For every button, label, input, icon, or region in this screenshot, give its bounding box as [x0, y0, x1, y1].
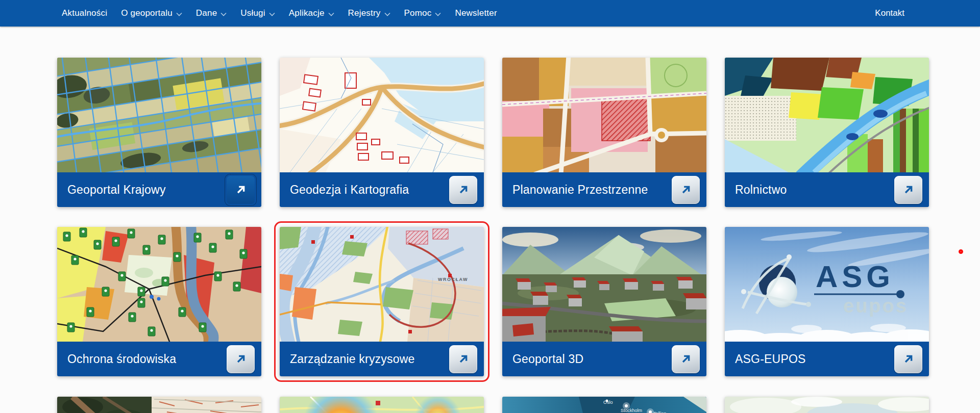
- nav-item-aktualnosci[interactable]: Aktualności: [62, 8, 107, 18]
- city-3d-render-thumbnail: [502, 227, 706, 342]
- card-title-bar: Zarządzanie kryzysowe: [280, 342, 484, 376]
- map-city-label: Tallinn: [653, 411, 667, 413]
- external-link-icon: [679, 352, 693, 366]
- nav-item-o-geoportalu[interactable]: O geoportalu: [121, 8, 182, 18]
- nav-item-label: O geoportalu: [121, 8, 173, 18]
- chevron-down-icon: [328, 12, 334, 16]
- map-city-label: Oslo: [603, 400, 613, 405]
- app-card-title: Ochrona środowiska: [67, 352, 227, 366]
- app-card-partial-3[interactable]: Oslo Stockholm Tallinn: [502, 397, 706, 413]
- app-card-asg-eupos[interactable]: ASG eupos ASG-EUPOS: [725, 227, 929, 376]
- card-title-bar: Geoportal 3D: [502, 342, 706, 376]
- nav-item-aplikacje[interactable]: Aplikacje: [289, 8, 334, 18]
- card-title-bar: Planowanie Przestrzenne: [502, 172, 706, 207]
- orthophoto-city-thumbnail: [57, 397, 261, 413]
- app-card-partial-2[interactable]: [280, 397, 484, 413]
- app-card-title: Zarządzanie kryzysowe: [290, 352, 449, 366]
- map-city-label: Stockholm: [621, 408, 642, 413]
- top-navbar: Aktualności O geoportalu Dane Usługi Apl…: [0, 0, 980, 27]
- app-card-planowanie-przestrzenne[interactable]: Planowanie Przestrzenne: [502, 58, 706, 207]
- card-title-bar: Rolnictwo: [725, 172, 929, 207]
- card-title-bar: ASG-EUPOS: [725, 342, 929, 376]
- agriculture-map-thumbnail: [725, 58, 929, 172]
- pale-satellite-thumbnail: [725, 397, 929, 413]
- nav-item-label: Dane: [196, 8, 217, 18]
- chevron-down-icon: [435, 12, 441, 16]
- card-title-bar: Geoportal Krajowy: [57, 172, 261, 207]
- app-card-ochrona-srodowiska[interactable]: Ochrona środowiska: [57, 227, 261, 376]
- red-ring-marker: [959, 249, 963, 254]
- nav-item-pomoc[interactable]: Pomoc: [404, 8, 442, 18]
- zoning-plan-thumbnail: [502, 58, 706, 172]
- nav-item-label: Aplikacje: [289, 8, 325, 18]
- open-app-button[interactable]: [227, 345, 255, 373]
- external-link-icon: [679, 183, 693, 196]
- open-app-button[interactable]: [894, 345, 922, 373]
- asg-eupos-logo-thumbnail: ASG eupos: [725, 227, 929, 342]
- external-link-icon: [457, 183, 470, 196]
- app-card-geodezja-i-kartografia[interactable]: Geodezja i Kartografia: [280, 58, 484, 207]
- map-city-label: WROCŁAW: [438, 277, 468, 282]
- app-card-title: Geodezja i Kartografia: [290, 183, 449, 197]
- nav-item-uslugi[interactable]: Usługi: [240, 8, 275, 18]
- nav-item-label: Pomoc: [404, 8, 432, 18]
- cadastral-map-thumbnail: [280, 58, 484, 172]
- app-card-title: Geoportal Krajowy: [67, 183, 227, 197]
- nav-item-label: Aktualności: [62, 8, 107, 18]
- app-card-partial-1[interactable]: [57, 397, 261, 413]
- app-card-partial-4[interactable]: [725, 397, 929, 413]
- open-app-button[interactable]: [894, 176, 922, 204]
- open-app-button[interactable]: [449, 176, 477, 204]
- chevron-down-icon: [269, 12, 275, 16]
- nav-item-newsletter[interactable]: Newsletter: [455, 8, 497, 18]
- chevron-down-icon: [220, 12, 227, 16]
- app-card-zarzadzanie-kryzysowe[interactable]: WROCŁAW Zarządzanie kryzysowe: [280, 227, 484, 376]
- app-card-title: Planowanie Przestrzenne: [512, 183, 672, 197]
- geoportal-home-page: { "navbar": { "background": "#0a57a6", "…: [0, 0, 980, 413]
- chevron-down-icon: [384, 12, 390, 16]
- chevron-down-icon: [176, 12, 182, 16]
- asg-logo-text: ASG: [816, 260, 894, 294]
- open-app-button[interactable]: [227, 176, 255, 204]
- nav-item-label: Newsletter: [455, 8, 497, 18]
- external-link-icon: [457, 352, 470, 366]
- environment-map-thumbnail: [57, 227, 261, 342]
- external-link-icon: [902, 183, 915, 196]
- app-card-title: ASG-EUPOS: [735, 352, 894, 366]
- app-card-title: Geoportal 3D: [512, 352, 672, 366]
- app-card-geoportal-krajowy[interactable]: Geoportal Krajowy: [57, 58, 261, 207]
- navbar-menu: Aktualności O geoportalu Dane Usługi Apl…: [62, 8, 875, 18]
- external-link-icon: [234, 352, 248, 366]
- external-link-icon: [902, 352, 915, 366]
- open-app-button[interactable]: [672, 176, 700, 204]
- orthophoto-parcels-thumbnail: [57, 58, 261, 172]
- nav-item-dane[interactable]: Dane: [196, 8, 227, 18]
- app-card-geoportal-3d[interactable]: Geoportal 3D: [502, 227, 706, 376]
- sea-map-thumbnail: Oslo Stockholm Tallinn: [502, 397, 706, 413]
- heatmap-thumbnail: [280, 397, 484, 413]
- card-title-bar: Ochrona środowiska: [57, 342, 261, 376]
- nav-item-kontakt[interactable]: Kontakt: [875, 8, 904, 18]
- open-app-button[interactable]: [449, 345, 477, 373]
- external-link-icon: [234, 183, 248, 196]
- app-card-title: Rolnictwo: [735, 183, 894, 197]
- nav-item-label: Usługi: [240, 8, 265, 18]
- open-app-button[interactable]: [672, 345, 700, 373]
- crisis-management-map-thumbnail: WROCŁAW: [280, 227, 484, 342]
- app-card-rolnictwo[interactable]: Rolnictwo: [725, 58, 929, 207]
- nav-item-label: Rejestry: [348, 8, 381, 18]
- eupos-logo-text: eupos: [843, 295, 908, 317]
- nav-item-rejestry[interactable]: Rejestry: [348, 8, 390, 18]
- card-title-bar: Geodezja i Kartografia: [280, 172, 484, 207]
